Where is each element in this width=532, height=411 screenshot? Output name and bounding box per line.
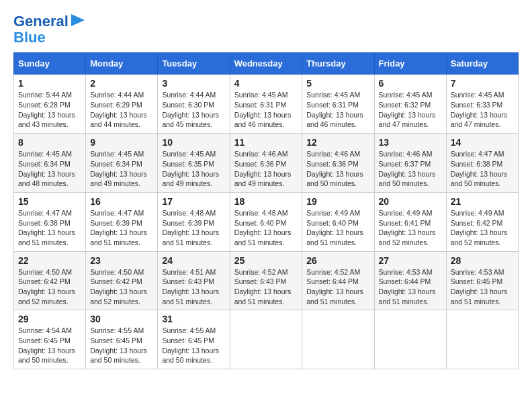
day-number: 23 — [90, 255, 153, 266]
day-info: Sunrise: 4:55 AMSunset: 6:45 PMDaylight:… — [90, 326, 147, 364]
day-info: Sunrise: 4:46 AMSunset: 6:36 PMDaylight:… — [234, 150, 292, 187]
calendar-cell: 19 Sunrise: 4:49 AMSunset: 6:40 PMDaylig… — [302, 192, 374, 251]
day-info: Sunrise: 4:50 AMSunset: 6:42 PMDaylight:… — [18, 268, 75, 306]
day-info: Sunrise: 4:49 AMSunset: 6:42 PMDaylight:… — [451, 209, 508, 246]
calendar-week-row: 8 Sunrise: 4:45 AMSunset: 6:34 PMDayligh… — [14, 134, 519, 193]
calendar-cell: 1 Sunrise: 5:44 AMSunset: 6:28 PMDayligh… — [14, 75, 86, 134]
day-info: Sunrise: 4:49 AMSunset: 6:40 PMDaylight:… — [306, 209, 363, 246]
calendar-cell: 8 Sunrise: 4:45 AMSunset: 6:34 PMDayligh… — [14, 134, 86, 193]
day-info: Sunrise: 4:54 AMSunset: 6:45 PMDaylight:… — [18, 326, 75, 364]
day-info: Sunrise: 4:45 AMSunset: 6:34 PMDaylight:… — [90, 150, 147, 187]
logo-arrow-icon — [71, 14, 85, 26]
day-info: Sunrise: 4:48 AMSunset: 6:39 PMDaylight:… — [162, 209, 219, 246]
day-info: Sunrise: 4:47 AMSunset: 6:38 PMDaylight:… — [451, 150, 508, 187]
calendar-cell: 27 Sunrise: 4:53 AMSunset: 6:44 PMDaylig… — [374, 251, 446, 310]
day-info: Sunrise: 4:49 AMSunset: 6:41 PMDaylight:… — [379, 209, 436, 246]
day-number: 26 — [306, 255, 369, 266]
calendar-cell — [230, 310, 302, 369]
day-number: 4 — [234, 78, 298, 89]
calendar-cell: 21 Sunrise: 4:49 AMSunset: 6:42 PMDaylig… — [446, 192, 518, 251]
logo-text: General — [13, 13, 69, 30]
calendar-cell: 4 Sunrise: 4:45 AMSunset: 6:31 PMDayligh… — [230, 75, 302, 134]
day-info: Sunrise: 4:52 AMSunset: 6:44 PMDaylight:… — [306, 268, 363, 306]
day-info: Sunrise: 4:55 AMSunset: 6:45 PMDaylight:… — [162, 326, 219, 364]
day-number: 13 — [379, 137, 442, 148]
day-info: Sunrise: 4:47 AMSunset: 6:39 PMDaylight:… — [90, 209, 147, 246]
day-number: 25 — [234, 255, 298, 266]
calendar-week-row: 22 Sunrise: 4:50 AMSunset: 6:42 PMDaylig… — [14, 251, 519, 310]
day-info: Sunrise: 4:45 AMSunset: 6:31 PMDaylight:… — [306, 91, 363, 128]
header-wednesday: Wednesday — [230, 53, 302, 75]
day-number: 6 — [379, 78, 442, 89]
day-number: 12 — [306, 137, 369, 148]
day-number: 15 — [18, 196, 81, 207]
calendar-cell: 15 Sunrise: 4:47 AMSunset: 6:38 PMDaylig… — [14, 192, 86, 251]
calendar-week-row: 1 Sunrise: 5:44 AMSunset: 6:28 PMDayligh… — [14, 75, 519, 134]
day-info: Sunrise: 4:47 AMSunset: 6:38 PMDaylight:… — [18, 209, 75, 246]
day-number: 21 — [451, 196, 514, 207]
day-number: 20 — [379, 196, 442, 207]
calendar-cell: 23 Sunrise: 4:50 AMSunset: 6:42 PMDaylig… — [86, 251, 158, 310]
calendar-week-row: 15 Sunrise: 4:47 AMSunset: 6:38 PMDaylig… — [14, 192, 519, 251]
calendar-cell: 25 Sunrise: 4:52 AMSunset: 6:43 PMDaylig… — [230, 251, 302, 310]
day-info: Sunrise: 5:44 AMSunset: 6:28 PMDaylight:… — [18, 91, 75, 128]
day-number: 31 — [162, 314, 225, 324]
calendar-cell: 14 Sunrise: 4:47 AMSunset: 6:38 PMDaylig… — [446, 134, 518, 193]
day-number: 1 — [18, 78, 81, 89]
day-number: 8 — [18, 137, 81, 148]
calendar-cell: 16 Sunrise: 4:47 AMSunset: 6:39 PMDaylig… — [86, 192, 158, 251]
calendar-header-row: SundayMondayTuesdayWednesdayThursdayFrid… — [14, 53, 519, 75]
day-number: 5 — [306, 78, 369, 89]
svg-marker-0 — [71, 14, 85, 26]
calendar-cell: 9 Sunrise: 4:45 AMSunset: 6:34 PMDayligh… — [86, 134, 158, 193]
day-info: Sunrise: 4:44 AMSunset: 6:29 PMDaylight:… — [90, 91, 147, 128]
day-info: Sunrise: 4:50 AMSunset: 6:42 PMDaylight:… — [90, 268, 147, 306]
calendar-cell — [446, 310, 518, 369]
day-number: 18 — [234, 196, 298, 207]
calendar-cell: 5 Sunrise: 4:45 AMSunset: 6:31 PMDayligh… — [302, 75, 374, 134]
day-number: 28 — [451, 255, 514, 266]
day-info: Sunrise: 4:45 AMSunset: 6:35 PMDaylight:… — [162, 150, 219, 187]
day-info: Sunrise: 4:46 AMSunset: 6:36 PMDaylight:… — [306, 150, 363, 187]
day-number: 24 — [162, 255, 225, 266]
day-number: 22 — [18, 255, 81, 266]
header: General Blue — [13, 13, 519, 46]
calendar-cell: 28 Sunrise: 4:53 AMSunset: 6:45 PMDaylig… — [446, 251, 518, 310]
calendar-cell: 18 Sunrise: 4:48 AMSunset: 6:40 PMDaylig… — [230, 192, 302, 251]
day-number: 30 — [90, 314, 153, 324]
logo-blue: Blue — [13, 29, 46, 46]
calendar-cell: 17 Sunrise: 4:48 AMSunset: 6:39 PMDaylig… — [158, 192, 230, 251]
calendar-cell: 12 Sunrise: 4:46 AMSunset: 6:36 PMDaylig… — [302, 134, 374, 193]
calendar-cell: 30 Sunrise: 4:55 AMSunset: 6:45 PMDaylig… — [86, 310, 158, 369]
calendar-cell — [302, 310, 374, 369]
day-info: Sunrise: 4:53 AMSunset: 6:45 PMDaylight:… — [451, 268, 508, 306]
day-info: Sunrise: 4:45 AMSunset: 6:32 PMDaylight:… — [379, 91, 436, 128]
calendar-cell: 6 Sunrise: 4:45 AMSunset: 6:32 PMDayligh… — [374, 75, 446, 134]
calendar-cell: 13 Sunrise: 4:46 AMSunset: 6:37 PMDaylig… — [374, 134, 446, 193]
day-number: 29 — [18, 314, 81, 324]
calendar-table: SundayMondayTuesdayWednesdayThursdayFrid… — [13, 52, 519, 369]
day-number: 27 — [379, 255, 442, 266]
calendar-cell — [374, 310, 446, 369]
day-info: Sunrise: 4:45 AMSunset: 6:33 PMDaylight:… — [451, 91, 508, 128]
day-number: 7 — [451, 78, 514, 89]
day-info: Sunrise: 4:46 AMSunset: 6:37 PMDaylight:… — [379, 150, 436, 187]
day-number: 2 — [90, 78, 153, 89]
day-info: Sunrise: 4:48 AMSunset: 6:40 PMDaylight:… — [234, 209, 292, 246]
day-number: 14 — [451, 137, 514, 148]
calendar-cell: 2 Sunrise: 4:44 AMSunset: 6:29 PMDayligh… — [86, 75, 158, 134]
calendar-cell: 3 Sunrise: 4:44 AMSunset: 6:30 PMDayligh… — [158, 75, 230, 134]
day-info: Sunrise: 4:45 AMSunset: 6:34 PMDaylight:… — [18, 150, 75, 187]
logo: General Blue — [13, 13, 85, 46]
day-number: 19 — [306, 196, 369, 207]
day-info: Sunrise: 4:53 AMSunset: 6:44 PMDaylight:… — [379, 268, 436, 306]
calendar-cell: 24 Sunrise: 4:51 AMSunset: 6:43 PMDaylig… — [158, 251, 230, 310]
calendar-cell: 31 Sunrise: 4:55 AMSunset: 6:45 PMDaylig… — [158, 310, 230, 369]
day-number: 16 — [90, 196, 153, 207]
calendar-cell: 20 Sunrise: 4:49 AMSunset: 6:41 PMDaylig… — [374, 192, 446, 251]
header-saturday: Saturday — [446, 53, 518, 75]
calendar-cell: 26 Sunrise: 4:52 AMSunset: 6:44 PMDaylig… — [302, 251, 374, 310]
day-number: 10 — [162, 137, 225, 148]
calendar-cell: 22 Sunrise: 4:50 AMSunset: 6:42 PMDaylig… — [14, 251, 86, 310]
day-number: 9 — [90, 137, 153, 148]
